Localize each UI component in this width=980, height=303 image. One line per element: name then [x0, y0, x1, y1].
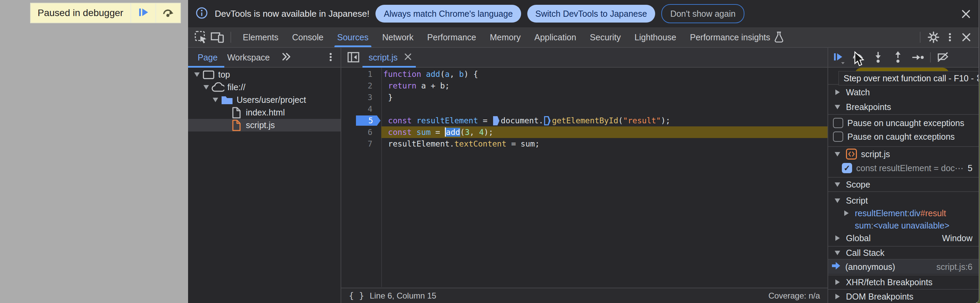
editor-tab-scriptjs[interactable]: script.js [363, 48, 419, 67]
scope-global-row[interactable]: Global Window [828, 232, 978, 244]
sidebar-spacer [828, 143, 978, 146]
navigator-header: Page Workspace [188, 48, 340, 68]
file-icon [229, 106, 243, 119]
step-into-icon[interactable] [870, 50, 886, 65]
var-name: sum [855, 221, 871, 231]
scope-section-header[interactable]: Scope [828, 178, 978, 191]
chevron-right-icon [835, 279, 840, 285]
callstack-frame-row[interactable]: (anonymous) script.js:6 [828, 260, 978, 274]
main-toolbar: ElementsConsoleSourcesNetworkPerformance… [188, 27, 978, 48]
tab-application[interactable]: Application [528, 27, 583, 47]
breakpoint-entry-row[interactable]: const resultElement = doc⋯ 5 [828, 161, 978, 175]
chevron-down-icon[interactable] [201, 85, 211, 89]
scope-var-sum[interactable]: sum: <value unavailable> [828, 219, 978, 232]
breakpoint-badge[interactable]: 5 [356, 116, 380, 126]
close-devtools-button[interactable] [958, 30, 975, 45]
var-value-id: #result [921, 208, 946, 218]
global-label: Global [846, 233, 870, 243]
inline-breakpoint-marker[interactable] [493, 116, 500, 125]
tree-item-index-html[interactable]: index.html [188, 106, 340, 119]
step-out-icon[interactable] [891, 50, 905, 65]
kebab-menu-button[interactable] [942, 30, 958, 45]
code-line-content [381, 103, 827, 115]
step-icon[interactable] [910, 50, 925, 65]
line-number[interactable]: 5 [341, 115, 381, 126]
tree-item-file-[interactable]: file:// [188, 81, 340, 94]
scope-script-row[interactable]: Script [828, 194, 978, 207]
line-number[interactable]: 3 [341, 92, 381, 103]
code-line-content: function add(a, b) { [381, 68, 827, 80]
var-value-tag: div [910, 208, 921, 218]
tab-label: Security [590, 32, 620, 42]
tab-workspace[interactable]: Workspace [218, 52, 270, 62]
infobar-close-button[interactable] [960, 8, 972, 20]
file-tree: topfile://Users/user/projectindex.htmlsc… [188, 68, 340, 303]
tree-item-label: top [218, 70, 230, 79]
debugger-sidebar: Watch Breakpoints Pause on uncaught exce… [827, 48, 978, 303]
breakpoints-section-header[interactable]: Breakpoints [828, 100, 978, 114]
switch-to-japanese-button[interactable]: Switch DevTools to Japanese [527, 5, 655, 22]
breakpoint-group-header[interactable]: script.js [828, 147, 978, 161]
tree-item-top[interactable]: top [188, 68, 340, 81]
folder-icon [220, 94, 234, 106]
pause-caught-checkbox[interactable] [833, 132, 843, 142]
dom-breakpoints-header[interactable]: DOM Breakpoints [828, 289, 978, 303]
tree-item-users-user-project[interactable]: Users/user/project [188, 94, 340, 106]
tree-item-script-js[interactable]: script.js [188, 119, 340, 132]
infobar-message: DevTools is now available in Japanese! [215, 8, 369, 19]
dom-label: DOM Breakpoints [846, 292, 913, 301]
deactivate-breakpoints-icon[interactable] [935, 50, 951, 65]
settings-gear-button[interactable] [925, 30, 942, 45]
debugger-toolbar-separator [930, 52, 931, 62]
code-editor[interactable]: 1function add(a, b) {2 return a + b;3 }4… [341, 68, 827, 287]
var-name: resultElement [855, 208, 907, 218]
tab-lighthouse[interactable]: Lighthouse [627, 27, 683, 47]
tab-console[interactable]: Console [285, 27, 330, 47]
line-number[interactable]: 7 [341, 138, 381, 150]
tab-performance[interactable]: Performance [420, 27, 483, 47]
pause-caught-row[interactable]: Pause on caught exceptions [828, 130, 978, 143]
code-line-7: 7 resultElement.textContent = sum; [341, 138, 827, 150]
chevron-down-icon[interactable] [192, 72, 202, 77]
code-lines: 1function add(a, b) {2 return a + b;3 }4… [341, 68, 827, 150]
breakpoint-entry-label: const resultElement = doc⋯ [856, 163, 963, 173]
breakpoint-checkbox[interactable] [842, 163, 852, 173]
inline-breakpoint-marker[interactable] [544, 116, 550, 125]
tab-network[interactable]: Network [375, 27, 421, 47]
resume-script-button[interactable] [131, 3, 155, 22]
pretty-print-icon[interactable]: { } [349, 291, 364, 301]
tab-sources[interactable]: Sources [330, 27, 375, 47]
close-tab-icon[interactable] [403, 52, 413, 63]
tab-performance-insights[interactable]: Performance insights [683, 27, 791, 47]
inspect-element-button[interactable] [193, 30, 209, 45]
xhr-breakpoints-header[interactable]: XHR/fetch Breakpoints [828, 274, 978, 289]
scope-var-resultelement[interactable]: resultElement: div#result [828, 207, 978, 219]
step-over-button-page[interactable] [156, 3, 180, 22]
navigator-kebab-menu[interactable] [325, 51, 336, 64]
more-tabs-icon[interactable] [282, 52, 292, 63]
line-number[interactable]: 6 [341, 126, 381, 138]
line-number[interactable]: 2 [341, 80, 381, 92]
line-number[interactable]: 4 [341, 103, 381, 115]
tab-page[interactable]: Page [188, 52, 218, 62]
pause-uncaught-row[interactable]: Pause on uncaught exceptions [828, 116, 978, 130]
code-line-1: 1function add(a, b) { [341, 68, 827, 80]
tab-security[interactable]: Security [583, 27, 627, 47]
chevron-down-icon [835, 152, 840, 157]
paused-in-debugger-banner: Paused in debugger [30, 3, 181, 23]
line-number[interactable]: 1 [341, 68, 381, 80]
resume-script-icon[interactable] [831, 50, 846, 65]
device-toolbar-button[interactable] [209, 30, 226, 45]
watch-section-header[interactable]: Watch [828, 84, 978, 100]
tab-elements[interactable]: Elements [236, 27, 285, 47]
tab-memory[interactable]: Memory [483, 27, 527, 47]
tree-item-label: script.js [246, 120, 275, 130]
dont-show-again-button[interactable]: Don't show again [661, 4, 745, 23]
navigator-toggle-icon[interactable] [346, 50, 361, 65]
chevron-down-icon[interactable] [211, 98, 220, 102]
callstack-label: Call Stack [846, 248, 885, 258]
always-match-language-button[interactable]: Always match Chrome's language [375, 5, 521, 22]
toolbar-separator-right [920, 32, 921, 43]
callstack-section-header[interactable]: Call Stack [828, 247, 978, 259]
pause-uncaught-checkbox[interactable] [833, 118, 843, 128]
